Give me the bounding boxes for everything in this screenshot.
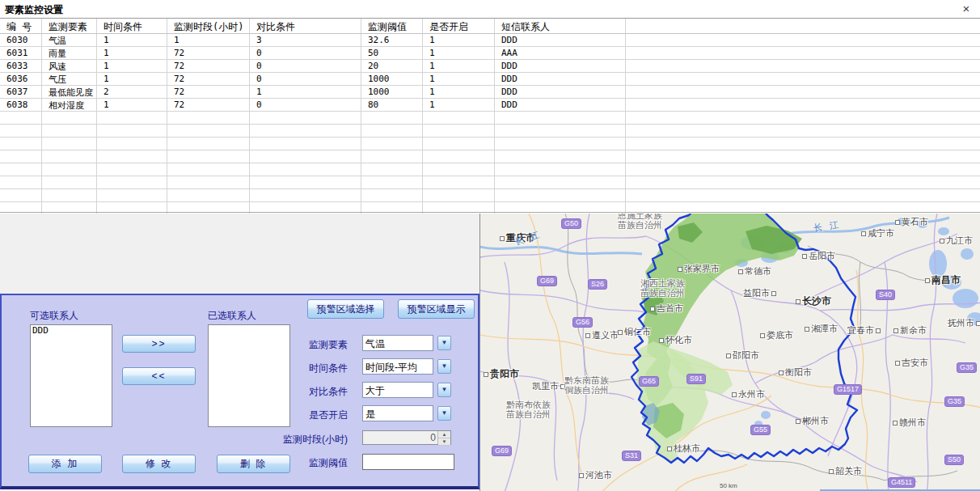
table-cell: DDD <box>495 34 626 46</box>
table-cell: 72 <box>167 73 250 85</box>
city-name: 新余市 <box>900 324 927 337</box>
table-cell <box>97 150 167 163</box>
city-name: 凯里市 <box>532 380 559 392</box>
map-city-label: 湘潭市 <box>803 323 838 335</box>
warning-area-show-button[interactable]: 预警区域显示 <box>398 299 475 319</box>
city-marker-icon <box>484 372 488 377</box>
city-name: 咸宁市 <box>868 227 894 239</box>
delete-button[interactable]: 删 除 <box>217 455 290 473</box>
table-cell: 1 <box>423 73 495 85</box>
table-empty-row[interactable] <box>0 125 980 138</box>
table-cell <box>97 176 167 188</box>
table-cell <box>97 138 167 150</box>
map-city-label: 岳阳市 <box>800 250 835 262</box>
monitor-element-label: 监测要素 <box>271 338 348 352</box>
city-marker-icon <box>876 328 881 333</box>
road-badge: S40 <box>876 290 895 300</box>
table-cell: 0 <box>250 60 361 72</box>
close-icon[interactable]: × <box>959 2 974 16</box>
city-marker-icon <box>585 333 590 338</box>
move-right-button[interactable]: >> <box>122 335 196 353</box>
table-empty-row[interactable] <box>0 189 980 202</box>
enabled-combo[interactable]: 是 ▼ <box>362 405 451 421</box>
table-cell <box>495 163 626 176</box>
table-row[interactable]: 6033风速1720201DDD <box>0 60 980 73</box>
add-button[interactable]: 添 加 <box>28 455 102 473</box>
table-cell: 6031 <box>0 47 42 59</box>
monitor-element-combo[interactable]: 气温 ▼ <box>362 335 451 351</box>
contact-list-item[interactable]: DDD <box>31 325 112 336</box>
map-major-city-label: 贵阳市 <box>482 367 519 381</box>
table-cell <box>42 163 97 176</box>
map-city-label: 遵义市 <box>584 329 619 341</box>
table-cell: 3 <box>250 34 361 46</box>
table-cell: 相对湿度 <box>42 99 97 111</box>
table-cell <box>495 150 626 163</box>
table-cell-filler <box>626 125 980 137</box>
spin-down-icon: ▼ <box>438 438 450 446</box>
table-cell <box>42 176 97 188</box>
table-header-cell: 对比条件 <box>250 19 361 33</box>
road-badge: G35 <box>957 362 977 373</box>
time-condition-combo[interactable]: 时间段-平均 ▼ <box>362 358 451 375</box>
map-city-label: 赣州市 <box>891 417 926 429</box>
road-badge: G55 <box>750 425 771 435</box>
table-empty-row[interactable] <box>0 150 980 163</box>
table-cell: 1 <box>97 34 167 46</box>
chevron-down-icon[interactable]: ▼ <box>437 383 451 397</box>
table-empty-row[interactable] <box>0 163 980 176</box>
move-left-button[interactable]: << <box>122 367 196 385</box>
city-marker-icon <box>667 447 672 451</box>
table-cell: 1000 <box>361 73 423 85</box>
table-empty-row[interactable] <box>0 112 980 125</box>
chevron-down-icon[interactable]: ▼ <box>437 359 451 374</box>
table-cell <box>0 163 42 176</box>
bottom-area: 可选联系人 已选联系人 DDD >> << 预警区域选择 预警区域显示 监测要素… <box>0 212 980 491</box>
table-row[interactable]: 6038相对湿度1720801DDD <box>0 99 980 112</box>
table-cell <box>167 125 250 137</box>
table-cell: 6030 <box>0 34 42 46</box>
warning-area-select-button[interactable]: 预警区域选择 <box>307 299 384 319</box>
compare-condition-combo[interactable]: 大于 ▼ <box>362 382 451 398</box>
table-cell <box>42 125 97 137</box>
table-header-cell: 短信联系人 <box>495 19 626 33</box>
city-name: 黄石市 <box>902 216 928 228</box>
map-panel[interactable]: 重庆市贵阳市长沙市南昌市遵义市凯里市河池市桂林市张家界市吉首市铜仁市怀化市常德市… <box>479 214 980 491</box>
road-badge: G65 <box>639 376 659 387</box>
table-cell: 1 <box>97 47 167 59</box>
table-cell: 雨量 <box>42 47 97 59</box>
table-cell: DDD <box>495 60 626 72</box>
table-cell <box>361 150 423 163</box>
city-marker-icon <box>738 269 743 274</box>
map-city-label: 娄底市 <box>758 329 793 341</box>
table-cell <box>423 176 495 188</box>
table-row[interactable]: 6037最低能见度272110001DDD <box>0 86 980 99</box>
table-cell <box>495 112 626 124</box>
chevron-down-icon[interactable]: ▼ <box>437 406 451 421</box>
city-marker-icon <box>895 220 900 225</box>
table-empty-row[interactable] <box>0 138 980 150</box>
table-cell: 0 <box>250 99 361 111</box>
table-row[interactable]: 6030气温11332.61DDD <box>0 34 980 47</box>
map-district-label: 黔南布依族 苗族自治州 <box>506 400 551 419</box>
table-cell: 72 <box>167 99 250 111</box>
modify-button[interactable]: 修 改 <box>122 455 196 473</box>
city-marker-icon <box>796 419 800 424</box>
city-marker-icon <box>893 328 898 333</box>
table-cell <box>250 125 361 137</box>
table-cell: 72 <box>167 47 250 59</box>
city-name: 河池市 <box>585 469 612 481</box>
city-marker-icon <box>940 239 944 243</box>
threshold-input[interactable] <box>362 454 454 470</box>
table-cell <box>167 176 250 188</box>
table-row[interactable]: 6036气压172010001DDD <box>0 73 980 86</box>
table-row[interactable]: 6031雨量1720501AAA <box>0 47 980 60</box>
table-cell-filler <box>626 60 980 72</box>
chevron-down-icon[interactable]: ▼ <box>437 336 451 350</box>
available-contacts-list[interactable]: DDD <box>30 324 112 427</box>
table-cell <box>250 163 361 176</box>
table-empty-row[interactable] <box>0 176 980 189</box>
city-name: 湘潭市 <box>811 323 838 335</box>
monitor-period-spinner: 0 ▲ ▼ <box>362 430 451 445</box>
table-cell-filler <box>626 73 980 85</box>
